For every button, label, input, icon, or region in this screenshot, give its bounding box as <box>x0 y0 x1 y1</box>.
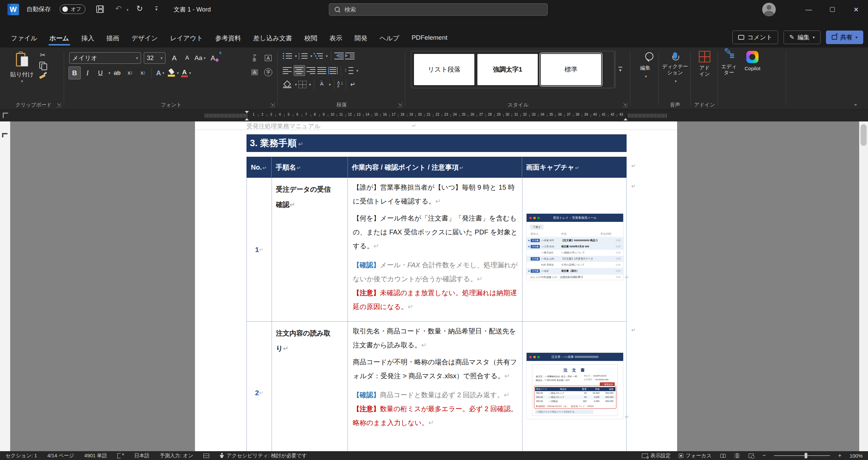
phonetic-guide-button[interactable]: ア亜 <box>249 52 260 64</box>
subscript-button[interactable]: x2 <box>124 66 136 79</box>
decrease-indent-icon[interactable] <box>334 52 344 60</box>
strikethrough-button[interactable]: ab <box>111 66 123 79</box>
collapse-ribbon-icon[interactable]: ⌄ <box>853 100 858 107</box>
undo-dropdown-icon[interactable]: ▾ <box>126 7 129 12</box>
multilevel-list-icon[interactable] <box>314 52 323 60</box>
tab-design[interactable]: デザイン <box>125 31 164 45</box>
maximize-button[interactable] <box>821 0 844 19</box>
text-effects-button[interactable]: A▾ <box>154 66 166 79</box>
cut-icon[interactable]: ✂ <box>40 51 46 59</box>
numbered-list-icon[interactable] <box>298 52 308 60</box>
print-layout-button[interactable] <box>734 453 740 458</box>
screenshot-order-form[interactable]: 注文書 − ○○商事 00000000000000 注 文 書 発注元：○○商事… <box>527 353 623 419</box>
read-mode-button[interactable] <box>720 453 726 458</box>
shading-icon[interactable] <box>283 81 292 88</box>
line-spacing-icon[interactable] <box>344 67 354 74</box>
account-avatar[interactable] <box>762 3 776 16</box>
font-family-select[interactable]: メイリオ▾ <box>69 52 141 64</box>
italic-button[interactable]: I <box>81 66 94 79</box>
font-size-select[interactable]: 32▾ <box>144 52 165 64</box>
highlight-color-button[interactable]: ▾ <box>167 66 179 79</box>
bullet-list-icon[interactable] <box>283 52 292 60</box>
font-color-button[interactable]: A▾ <box>180 66 192 79</box>
tab-file[interactable]: ファイル <box>5 31 43 45</box>
tab-selector[interactable] <box>3 113 8 118</box>
tab-insert[interactable]: 挿入 <box>75 31 100 45</box>
editing-menu-button[interactable]: 編集 ▾ <box>633 51 658 79</box>
align-center-button[interactable] <box>294 65 305 76</box>
styles-gallery-more-icon[interactable]: ▼ <box>615 51 625 88</box>
character-border-button[interactable]: A <box>262 52 274 64</box>
paragraph-dialog-launcher-icon[interactable]: ↘ <box>397 102 402 107</box>
align-left-icon[interactable] <box>283 67 292 74</box>
editor-button[interactable]: エディター <box>719 51 738 76</box>
tab-draw[interactable]: 描画 <box>100 31 125 45</box>
bold-button[interactable]: B <box>68 66 81 79</box>
zoom-slider-thumb[interactable] <box>805 453 807 458</box>
tab-references[interactable]: 参考資料 <box>209 31 247 45</box>
undo-icon[interactable]: ↶ <box>115 4 122 13</box>
underline-dropdown-icon[interactable]: ▾ <box>108 71 111 75</box>
style-normal[interactable]: 標準 <box>541 54 601 85</box>
macro-recording-icon[interactable] <box>203 454 209 458</box>
save-icon[interactable] <box>96 5 104 13</box>
clear-formatting-button[interactable]: A <box>207 52 219 64</box>
tab-view[interactable]: 表示 <box>323 31 349 45</box>
tab-help[interactable]: ヘルプ <box>374 31 406 45</box>
screenshot-inbox[interactable]: 受信トレイ − 営業事務用メール 下書き 差出人 件名 受信日時 注文書 ○○商… <box>527 214 623 280</box>
word-app-icon[interactable]: W <box>7 4 19 15</box>
font-dialog-launcher-icon[interactable]: ↘ <box>270 102 275 107</box>
quick-access-toolbar-icon[interactable]: ▾ <box>155 6 158 12</box>
underline-button[interactable]: U <box>94 66 106 79</box>
language-indicator[interactable]: 日本語 <box>134 453 150 459</box>
share-button[interactable]: 共有 ▾ <box>826 31 863 44</box>
page-indicator[interactable]: 4/14 ページ <box>47 453 74 459</box>
tab-developer[interactable]: 開発 <box>349 31 374 45</box>
copy-icon[interactable] <box>39 62 46 69</box>
align-right-icon[interactable] <box>307 67 316 74</box>
scrollbar-thumb[interactable] <box>861 124 867 146</box>
sort-icon[interactable]: AZ <box>337 81 343 88</box>
editing-mode-button[interactable]: ✎ 編集 ▾ <box>784 31 821 44</box>
redo-icon[interactable]: ↻ <box>136 4 143 13</box>
accessibility-status[interactable]: アクセシビリティ: 検討が必要です <box>219 453 307 459</box>
vertical-scrollbar[interactable] <box>859 121 868 451</box>
document-page[interactable]: 受発注処理業務マニュアル ↵ 3. 業務手順↵ No.↵ 手順名↵ 作業内容 /… <box>195 121 677 451</box>
character-shading-button[interactable]: A <box>249 66 260 79</box>
enclose-characters-button[interactable]: 字 <box>262 66 274 79</box>
tab-mailings[interactable]: 差し込み文書 <box>247 31 298 45</box>
change-case-button[interactable]: Aa▾ <box>194 52 206 64</box>
dictation-button[interactable]: ディクテーション ▾ <box>660 51 690 84</box>
hanging-indent-marker[interactable] <box>245 116 249 120</box>
justify-icon[interactable] <box>317 67 327 74</box>
zoom-level[interactable]: 100% <box>850 453 863 459</box>
borders-icon[interactable] <box>298 81 307 88</box>
style-emphasis-bold1[interactable]: 強調太字1 <box>477 54 538 85</box>
paste-button[interactable]: 貼り付け ▾ <box>9 52 35 92</box>
focus-mode-button[interactable]: フォーカス <box>679 453 711 459</box>
autosave-toggle[interactable]: オフ <box>60 4 85 14</box>
clipboard-dialog-launcher-icon[interactable]: ↘ <box>56 102 61 107</box>
proofing-errors-icon[interactable] <box>117 453 124 458</box>
zoom-out-button[interactable]: − <box>763 452 766 459</box>
zoom-in-button[interactable]: + <box>838 452 842 459</box>
display-settings-button[interactable]: 表示設定 <box>642 453 671 459</box>
zoom-slider[interactable] <box>774 455 830 456</box>
tab-layout[interactable]: レイアウト <box>164 31 209 45</box>
web-layout-button[interactable] <box>748 453 754 458</box>
comments-button[interactable]: コメント <box>732 31 778 44</box>
right-indent-marker[interactable] <box>624 116 628 120</box>
character-scaling-icon[interactable]: A <box>317 81 326 88</box>
tab-review[interactable]: 校閲 <box>298 31 323 45</box>
first-line-indent-marker[interactable] <box>245 111 249 115</box>
show-formatting-marks-icon[interactable]: ↵ <box>349 81 357 88</box>
style-list-paragraph[interactable]: リスト段落 <box>414 54 474 85</box>
distribute-icon[interactable] <box>328 67 338 74</box>
section-indicator[interactable]: セクション: 1 <box>5 453 37 459</box>
close-button[interactable]: ✕ <box>844 0 868 19</box>
copilot-button[interactable]: Copilot <box>745 51 761 76</box>
styles-dialog-launcher-icon[interactable]: ↘ <box>623 102 627 107</box>
addins-button[interactable]: アドイン <box>692 51 717 77</box>
grow-font-button[interactable]: A^ <box>168 52 180 64</box>
minimize-button[interactable]: — <box>797 0 821 19</box>
